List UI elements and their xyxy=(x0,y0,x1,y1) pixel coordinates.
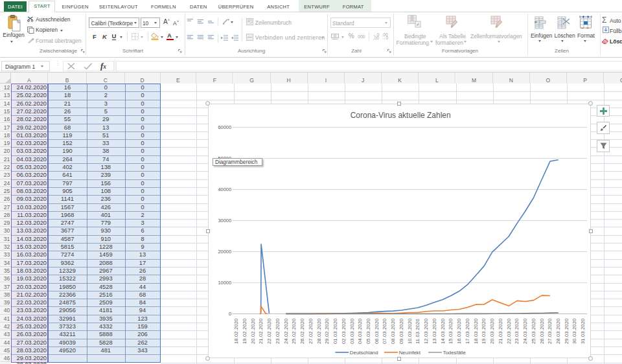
svg-text:16.03.2020: 16.03.2020 xyxy=(456,318,462,343)
svg-text:23.03.2020: 23.03.2020 xyxy=(514,318,520,343)
svg-text:06.03.2020: 06.03.2020 xyxy=(373,318,379,343)
svg-text:08.03.2020: 08.03.2020 xyxy=(390,318,396,343)
svg-text:30000: 30000 xyxy=(218,218,231,223)
svg-text:Corona-Virus aktuelle Zahlen: Corona-Virus aktuelle Zahlen xyxy=(350,111,450,120)
svg-text:20000: 20000 xyxy=(218,249,231,255)
svg-text:29.03.2020: 29.03.2020 xyxy=(563,318,569,343)
svg-text:15.03.2020: 15.03.2020 xyxy=(448,318,454,343)
svg-text:20.03.2020: 20.03.2020 xyxy=(489,318,495,343)
svg-text:04.03.2020: 04.03.2020 xyxy=(357,318,363,343)
svg-text:0: 0 xyxy=(228,311,231,317)
svg-text:05.03.2020: 05.03.2020 xyxy=(365,318,371,343)
svg-text:21.03.2020: 21.03.2020 xyxy=(497,318,503,343)
svg-text:11.03.2020: 11.03.2020 xyxy=(415,319,420,344)
svg-text:28.03.2020: 28.03.2020 xyxy=(555,318,561,343)
svg-text:Neuinfekt: Neuinfekt xyxy=(398,350,420,356)
svg-text:10000: 10000 xyxy=(218,280,231,286)
svg-text:25.03.2020: 25.03.2020 xyxy=(530,318,536,343)
svg-text:24.03.2020: 24.03.2020 xyxy=(522,318,528,343)
svg-text:10.03.2020: 10.03.2020 xyxy=(406,318,412,343)
svg-text:30.03.2020: 30.03.2020 xyxy=(571,318,577,343)
svg-text:40000: 40000 xyxy=(218,187,231,192)
svg-text:17.03.2020: 17.03.2020 xyxy=(464,318,470,343)
svg-text:27.03.2020: 27.03.2020 xyxy=(547,318,553,343)
svg-text:20.02.2020: 20.02.2020 xyxy=(249,318,255,343)
svg-text:12.03.2020: 12.03.2020 xyxy=(423,318,429,343)
svg-text:31.03.2020: 31.03.2020 xyxy=(580,318,586,343)
svg-text:22.03.2020: 22.03.2020 xyxy=(505,318,511,343)
svg-text:09.03.2020: 09.03.2020 xyxy=(398,318,404,343)
svg-text:19.02.2020: 19.02.2020 xyxy=(241,318,247,343)
svg-text:Deutschland: Deutschland xyxy=(349,350,378,356)
svg-text:21.02.2020: 21.02.2020 xyxy=(258,318,264,343)
svg-text:18.02.2020: 18.02.2020 xyxy=(233,318,239,343)
svg-text:24.02.2020: 24.02.2020 xyxy=(282,318,288,343)
svg-text:60000: 60000 xyxy=(218,124,231,130)
svg-text:02.03.2020: 02.03.2020 xyxy=(340,318,346,343)
svg-text:14.03.2020: 14.03.2020 xyxy=(439,318,445,343)
svg-text:03.03.2020: 03.03.2020 xyxy=(349,318,354,343)
svg-text:19.03.2020: 19.03.2020 xyxy=(481,318,487,343)
svg-text:01.03.2020: 01.03.2020 xyxy=(332,318,338,343)
svg-text:28.02.2020: 28.02.2020 xyxy=(316,318,321,343)
svg-text:23.02.2020: 23.02.2020 xyxy=(274,318,280,343)
svg-text:18.03.2020: 18.03.2020 xyxy=(472,318,478,343)
svg-text:26.03.2020: 26.03.2020 xyxy=(538,318,544,343)
svg-text:29.02.2020: 29.02.2020 xyxy=(324,318,330,343)
svg-text:07.03.2020: 07.03.2020 xyxy=(382,318,387,343)
svg-text:Todesfälle: Todesfälle xyxy=(443,350,466,356)
svg-text:26.02.2020: 26.02.2020 xyxy=(299,318,305,343)
svg-text:27.02.2020: 27.02.2020 xyxy=(307,318,313,343)
svg-text:22.02.2020: 22.02.2020 xyxy=(266,318,272,343)
svg-text:13.03.2020: 13.03.2020 xyxy=(431,318,437,343)
svg-text:25.02.2020: 25.02.2020 xyxy=(291,318,297,343)
